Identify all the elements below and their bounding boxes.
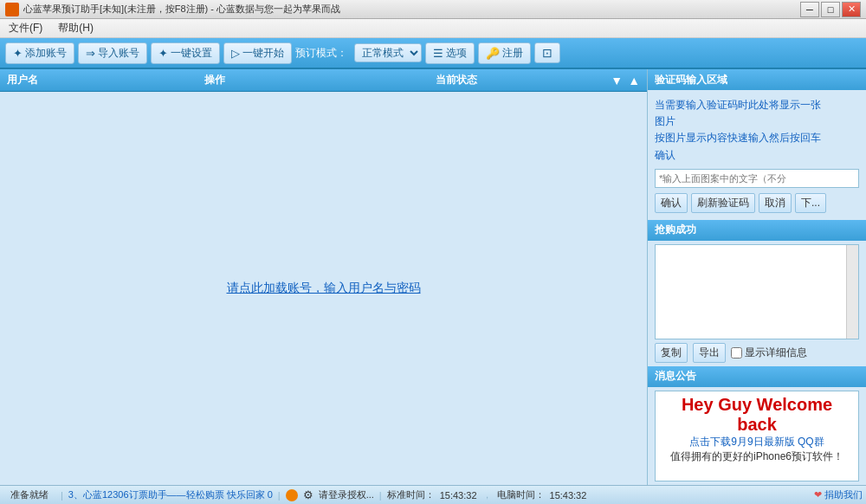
notice-area: Hey Guy Welcome back 点击下载9月9日最新版 QQ群 值得拥… (648, 387, 866, 485)
add-account-button[interactable]: ✦ 添加账号 (5, 42, 74, 64)
toolbar: ✦ 添加账号 ⇒ 导入账号 ✦ 一键设置 ▷ 一键开始 预订模式： 正常模式 ☰… (0, 38, 866, 69)
captcha-section-title: 验证码输入区域 (648, 69, 866, 90)
success-box (655, 244, 859, 339)
pc-time-label: 电脑时间： (497, 488, 545, 501)
standard-time-label: 标准时间： (387, 488, 435, 501)
start-icon: ▷ (231, 47, 240, 60)
settings-icon: ✦ (158, 47, 168, 60)
key-icon: 🔑 (486, 47, 500, 60)
preorder-label: 预订模式： (295, 46, 347, 61)
mode-select-wrap: 正常模式 (354, 43, 422, 62)
captcha-down-button[interactable]: 下... (795, 193, 826, 213)
arrow-up-icon: ▲ (628, 74, 640, 87)
notice-download[interactable]: 点击下载9月9日最新版 QQ群 (659, 435, 855, 449)
one-click-start-button[interactable]: ▷ 一键开始 (223, 42, 292, 64)
empty-hint-link[interactable]: 请点此加载账号，输入用户名与密码 (227, 281, 421, 296)
register-button[interactable]: 🔑 注册 (478, 42, 531, 64)
menu-file[interactable]: 文件(F) (5, 21, 46, 36)
col-status: 当前状态 (301, 73, 611, 87)
window-controls: ─ □ ✕ (800, 2, 861, 17)
captcha-refresh-button[interactable]: 刷新验证码 (691, 193, 755, 213)
close-button[interactable]: ✕ (842, 2, 861, 17)
options-icon: ☰ (433, 47, 443, 60)
maximize-button[interactable]: □ (821, 2, 840, 17)
add-account-icon: ✦ (13, 47, 23, 60)
col-username: 用户名 (7, 73, 128, 87)
mode-select[interactable]: 正常模式 (354, 43, 422, 62)
one-click-settings-button[interactable]: ✦ 一键设置 (151, 42, 220, 64)
arrow-down-icon: ▼ (611, 74, 623, 87)
import-account-button[interactable]: ⇒ 导入账号 (78, 42, 147, 64)
standard-time-value: 15:43:32 (440, 490, 477, 501)
gear-icon: ⚙ (303, 488, 313, 501)
main-area: 用户名 操作 当前状态 ▼ ▲ 请点此加载账号，输入用户名与密码 验证码输入区域… (0, 69, 866, 485)
statusbar: 准备就绪 | 3、心蓝12306订票助手——轻松购票 快乐回家 0 | ⚙ 请登… (0, 485, 866, 504)
minimize-button[interactable]: ─ (800, 2, 819, 17)
left-panel: 用户名 操作 当前状态 ▼ ▲ 请点此加载账号，输入用户名与密码 (0, 69, 648, 485)
success-section-title: 抢购成功 (648, 220, 866, 241)
captcha-input-row (655, 169, 859, 188)
copy-button[interactable]: 复制 (655, 343, 688, 363)
menu-help[interactable]: 帮助(H) (55, 21, 97, 36)
captcha-confirm-button[interactable]: 确认 (655, 193, 688, 213)
status-indicator (286, 489, 298, 501)
captcha-input[interactable] (655, 169, 859, 188)
notice-box: Hey Guy Welcome back 点击下载9月9日最新版 QQ群 值得拥… (655, 391, 859, 481)
options-button[interactable]: ☰ 选项 (425, 42, 475, 64)
captcha-area: 当需要输入验证码时此处将显示一张 图片 按图片显示内容快速输入然后按回车 确认 … (648, 90, 866, 220)
login-hint[interactable]: 请登录授权... (319, 488, 374, 501)
pc-time-value: 15:43:32 (550, 490, 587, 501)
extra-icon: ⊡ (542, 46, 553, 60)
export-button[interactable]: 导出 (693, 343, 726, 363)
right-panel: 验证码输入区域 当需要输入验证码时此处将显示一张 图片 按图片显示内容快速输入然… (648, 69, 866, 485)
table-header: 用户名 操作 当前状态 ▼ ▲ (0, 69, 647, 92)
notice-back: back (659, 415, 855, 435)
status-link[interactable]: 3、心蓝12306订票助手——轻松购票 快乐回家 0 (68, 488, 273, 501)
captcha-buttons: 确认 刷新验证码 取消 下... (655, 193, 859, 213)
detail-checkbox-label[interactable]: 显示详细信息 (731, 346, 807, 360)
notice-hey-guy: Hey Guy Welcome (659, 395, 855, 415)
col-action: 操作 (128, 73, 301, 87)
table-body: 请点此加载账号，输入用户名与密码 (0, 92, 647, 485)
menubar: 文件(F) 帮助(H) (0, 19, 866, 38)
help-link[interactable]: ❤ 捐助我们 (814, 488, 863, 501)
captcha-hint: 当需要输入验证码时此处将显示一张 图片 按图片显示内容快速输入然后按回车 确认 (655, 97, 859, 164)
success-area: 复制 导出 显示详细信息 (648, 241, 866, 366)
notice-section-title: 消息公告 (648, 366, 866, 387)
heart-icon: ❤ (814, 489, 822, 500)
window-title: 心蓝苹果预订助手[未知](未注册，按F8注册) - 心蓝数据与您一起为苹果而战 (23, 3, 800, 16)
captcha-cancel-button[interactable]: 取消 (759, 193, 792, 213)
sort-arrows[interactable]: ▼ ▲ (611, 74, 640, 87)
extra-button[interactable]: ⊡ (534, 42, 560, 63)
app-icon (5, 3, 19, 16)
titlebar: 心蓝苹果预订助手[未知](未注册，按F8注册) - 心蓝数据与您一起为苹果而战 … (0, 0, 866, 19)
success-scrollbar[interactable] (846, 245, 858, 339)
status-ready: 准备就绪 (3, 488, 55, 501)
notice-iphone6: 值得拥有的更好的iPhone6预订软件！ (659, 449, 855, 464)
import-icon: ⇒ (86, 47, 95, 60)
detail-checkbox[interactable] (731, 347, 742, 359)
success-buttons: 复制 导出 显示详细信息 (655, 343, 859, 363)
